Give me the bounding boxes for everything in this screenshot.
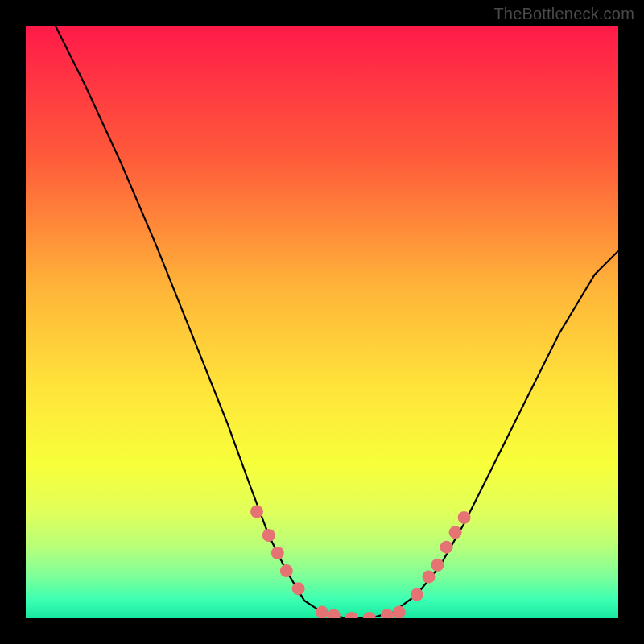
chart-frame: TheBottleneck.com bbox=[0, 0, 644, 644]
curve-marker bbox=[292, 582, 305, 595]
curve-marker bbox=[280, 564, 293, 577]
curve-marker bbox=[431, 559, 444, 572]
curve-marker bbox=[458, 511, 471, 524]
curve-marker bbox=[316, 606, 328, 619]
plot-background bbox=[26, 26, 618, 618]
curve-marker bbox=[423, 571, 436, 584]
curve-marker bbox=[411, 588, 423, 601]
curve-marker bbox=[440, 541, 453, 554]
curve-marker bbox=[345, 612, 358, 625]
curve-marker bbox=[250, 506, 263, 518]
curve-marker bbox=[449, 526, 462, 539]
curve-marker bbox=[393, 606, 406, 619]
curve-marker bbox=[328, 609, 341, 621]
watermark-text: TheBottleneck.com bbox=[493, 5, 634, 23]
curve-marker bbox=[381, 609, 394, 621]
curve-marker bbox=[262, 529, 275, 542]
chart-svg bbox=[0, 0, 644, 644]
curve-marker bbox=[271, 547, 284, 559]
curve-marker bbox=[363, 612, 376, 625]
